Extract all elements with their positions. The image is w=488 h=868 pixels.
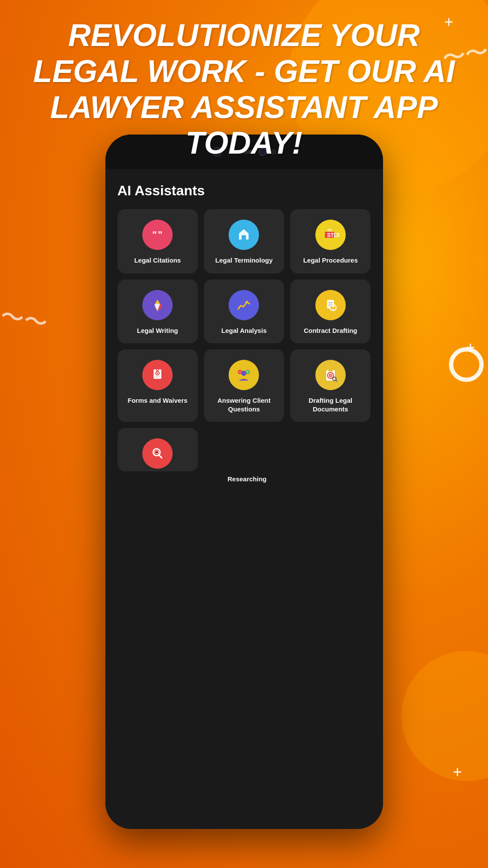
svg-point-12 bbox=[235, 296, 253, 314]
citations-svg: " " bbox=[148, 226, 167, 244]
draftdocs-icon bbox=[315, 360, 346, 390]
card-drafting-docs[interactable]: Drafting Legal Documents bbox=[290, 349, 370, 422]
deco-circle-outline bbox=[449, 347, 484, 382]
analysis-label: Legal Analysis bbox=[221, 326, 267, 335]
headline: REVOLUTIONIZE YOUR LEGAL WORK - GET OUR … bbox=[17, 17, 471, 161]
header-section: REVOLUTIONIZE YOUR LEGAL WORK - GET OUR … bbox=[0, 17, 488, 161]
forms-svg bbox=[148, 366, 167, 384]
drafting-icon bbox=[315, 290, 346, 320]
svg-point-44 bbox=[156, 451, 157, 453]
svg-text:−: − bbox=[239, 370, 241, 374]
svg-text:01: 01 bbox=[328, 228, 332, 232]
drafting-label: Contract Drafting bbox=[304, 326, 357, 335]
svg-text:": " bbox=[152, 229, 157, 240]
card-legal-procedures[interactable]: STEP 01 Legal Procedures bbox=[290, 209, 370, 273]
cards-grid-row4-partial bbox=[118, 428, 371, 471]
card-forms-waivers[interactable]: Forms and Waivers bbox=[118, 349, 198, 422]
svg-rect-35 bbox=[328, 369, 333, 372]
svg-point-24 bbox=[157, 373, 158, 374]
cards-grid-row3: Forms and Waivers − bbox=[118, 349, 371, 422]
procedures-svg: STEP 01 bbox=[321, 226, 340, 244]
researching-icon bbox=[142, 438, 173, 469]
terminology-icon bbox=[229, 220, 259, 250]
svg-point-38 bbox=[330, 375, 331, 376]
draftdocs-label: Drafting Legal Documents bbox=[295, 396, 365, 413]
svg-text:+: + bbox=[247, 370, 249, 374]
card-contract-drafting[interactable]: Contract Drafting bbox=[290, 279, 370, 344]
forms-icon bbox=[142, 360, 173, 390]
writing-label: Legal Writing bbox=[137, 326, 178, 335]
card-legal-terminology[interactable]: Legal Terminology bbox=[204, 209, 284, 273]
writing-icon bbox=[142, 290, 173, 320]
draftdocs-svg bbox=[321, 366, 340, 384]
procedures-label: Legal Procedures bbox=[303, 256, 358, 265]
deco-plus-3: + bbox=[453, 763, 462, 781]
card-answering-client[interactable]: − + Answering Client Questions bbox=[204, 349, 284, 422]
svg-text:": " bbox=[158, 229, 162, 240]
card-legal-citations[interactable]: " " Legal Citations bbox=[118, 209, 198, 273]
cards-grid-row1: " " Legal Citations bbox=[118, 209, 371, 273]
answering-label: Answering Client Questions bbox=[209, 396, 279, 413]
writing-svg bbox=[148, 296, 167, 314]
svg-point-13 bbox=[246, 301, 248, 303]
researching-text: Researching bbox=[124, 475, 371, 483]
analysis-icon bbox=[229, 290, 259, 320]
procedures-icon: STEP 01 bbox=[315, 220, 346, 250]
cards-grid-row2: Legal Writing Legal Analysis bbox=[118, 279, 371, 344]
card-legal-writing[interactable]: Legal Writing bbox=[118, 279, 198, 344]
citations-label: Legal Citations bbox=[134, 256, 181, 265]
researching-label-partial: Researching bbox=[118, 471, 371, 483]
svg-point-20 bbox=[332, 305, 334, 307]
forms-label: Forms and Waivers bbox=[128, 396, 187, 405]
terminology-svg bbox=[235, 226, 253, 244]
card-researching-partial[interactable] bbox=[118, 428, 198, 471]
answering-icon: − + bbox=[229, 360, 259, 390]
phone-frame: AI Assistants " " Legal Citations bbox=[105, 135, 383, 829]
researching-svg bbox=[148, 444, 167, 463]
answering-svg: − + bbox=[235, 366, 253, 384]
screen-content: AI Assistants " " Legal Citations bbox=[105, 167, 383, 492]
citations-icon: " " bbox=[142, 220, 173, 250]
section-title: AI Assistants bbox=[118, 183, 371, 199]
card-legal-analysis[interactable]: Legal Analysis bbox=[204, 279, 284, 344]
drafting-svg bbox=[321, 296, 340, 314]
svg-rect-5 bbox=[242, 235, 246, 240]
analysis-svg bbox=[235, 296, 253, 314]
svg-point-0 bbox=[148, 226, 167, 244]
terminology-label: Legal Terminology bbox=[215, 256, 272, 265]
phone-screen: AI Assistants " " Legal Citations bbox=[105, 167, 383, 829]
svg-text:STEP: STEP bbox=[327, 232, 340, 238]
